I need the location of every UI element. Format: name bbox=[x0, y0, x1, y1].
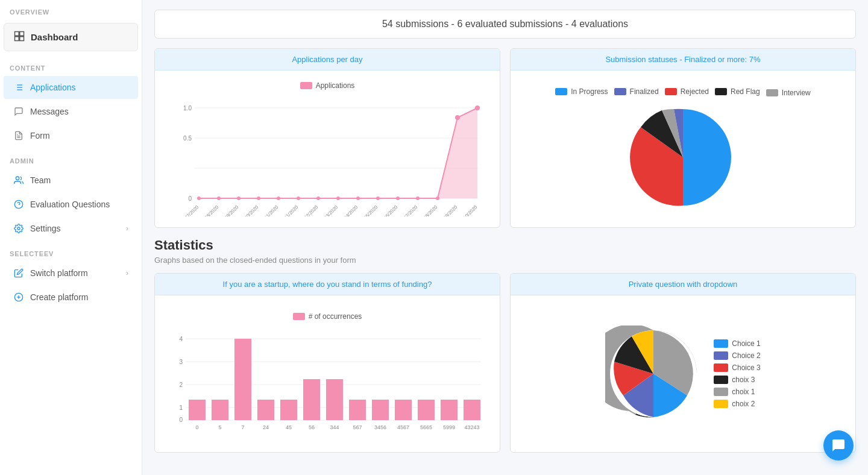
choice2-label: Choice 2 bbox=[732, 351, 760, 360]
evaluation-icon bbox=[13, 199, 24, 210]
choix2-color bbox=[714, 400, 728, 408]
sidebar-item-create-platform[interactable]: Create platform bbox=[4, 286, 138, 309]
bar-legend-item: # of occurrences bbox=[293, 312, 362, 321]
bar-legend-label: # of occurrences bbox=[309, 312, 362, 321]
list-icon bbox=[13, 82, 24, 93]
svg-rect-72 bbox=[326, 379, 343, 420]
overview-section-label: OVERVIEW bbox=[0, 0, 142, 19]
svg-point-34 bbox=[356, 197, 360, 200]
applications-legend-color bbox=[300, 82, 312, 89]
svg-text:0: 0 bbox=[195, 424, 198, 430]
svg-text:06/10/2020: 06/10/2020 bbox=[458, 204, 479, 216]
svg-rect-75 bbox=[395, 400, 412, 420]
finalized-color bbox=[614, 88, 626, 95]
pie-chart-svg bbox=[623, 103, 743, 212]
svg-text:05/27/2020: 05/27/2020 bbox=[179, 204, 200, 216]
switch-platform-chevron-icon: › bbox=[126, 269, 128, 277]
svg-text:06/04/2020: 06/04/2020 bbox=[338, 204, 359, 216]
chat-button[interactable] bbox=[823, 430, 854, 461]
stats-text: 54 submissions - 6 evaluated submissions… bbox=[382, 19, 628, 29]
admin-section-label: ADMIN bbox=[0, 148, 142, 168]
submission-statuses-title: Submission statuses - Finalized or more:… bbox=[511, 49, 855, 71]
sidebar-item-team[interactable]: Team bbox=[4, 169, 138, 192]
interview-label: Interview bbox=[782, 89, 811, 97]
sidebar-item-settings[interactable]: Settings › bbox=[4, 217, 138, 240]
applications-chart-body: Applications 1.0 0.5 0 bbox=[155, 71, 500, 227]
svg-text:344: 344 bbox=[330, 424, 339, 430]
svg-text:45: 45 bbox=[286, 424, 292, 430]
sidebar-item-messages[interactable]: Messages bbox=[4, 100, 138, 123]
rejected-color bbox=[665, 88, 677, 95]
svg-rect-2 bbox=[15, 37, 19, 41]
dashboard-item[interactable]: Dashboard bbox=[4, 23, 138, 51]
content-section-label: CONTENT bbox=[0, 55, 142, 75]
bar-chart-svg: 4 3 2 1 0 bbox=[162, 327, 492, 435]
svg-text:05/30/2020: 05/30/2020 bbox=[239, 204, 260, 216]
sidebar-item-evaluation-questions[interactable]: Evaluation Questions bbox=[4, 193, 138, 216]
svg-text:4567: 4567 bbox=[397, 424, 409, 430]
in-progress-legend: In Progress bbox=[555, 86, 608, 97]
settings-chevron-icon: › bbox=[126, 224, 128, 233]
svg-rect-3 bbox=[20, 37, 24, 41]
messages-label: Messages bbox=[30, 107, 69, 116]
evaluation-questions-label: Evaluation Questions bbox=[30, 200, 110, 209]
applications-legend-item: Applications bbox=[300, 81, 355, 90]
svg-text:0.5: 0.5 bbox=[183, 135, 192, 142]
svg-text:06/09/2020: 06/09/2020 bbox=[438, 204, 459, 216]
create-platform-icon bbox=[13, 292, 24, 303]
submission-statuses-card: Submission statuses - Finalized or more:… bbox=[510, 48, 856, 228]
svg-text:56: 56 bbox=[309, 424, 315, 430]
interview-legend: Interview bbox=[766, 89, 811, 97]
finalized-legend: Finalized bbox=[614, 86, 659, 97]
svg-text:06/07/2020: 06/07/2020 bbox=[398, 204, 419, 216]
team-icon bbox=[13, 175, 24, 186]
choix3-color bbox=[714, 376, 728, 384]
in-progress-label: In Progress bbox=[571, 87, 608, 96]
svg-text:5999: 5999 bbox=[443, 424, 455, 430]
submission-statuses-body: In Progress Finalized Rejected Red Flag bbox=[511, 71, 855, 227]
svg-rect-78 bbox=[464, 400, 480, 420]
choix1-legend: choix 1 bbox=[714, 388, 760, 396]
choice2-color bbox=[714, 351, 728, 360]
sidebar-item-form[interactable]: Form bbox=[4, 124, 138, 147]
svg-text:3: 3 bbox=[179, 359, 183, 365]
interview-color bbox=[766, 89, 778, 96]
svg-point-39 bbox=[455, 115, 460, 120]
switch-platform-icon bbox=[13, 268, 24, 278]
rejected-legend: Rejected bbox=[665, 86, 709, 97]
svg-text:0: 0 bbox=[179, 417, 183, 423]
bar-legend: # of occurrences bbox=[293, 312, 362, 321]
pie2-title: Private question with dropdown bbox=[511, 274, 855, 295]
sidebar-item-applications[interactable]: Applications bbox=[4, 76, 138, 99]
svg-text:06/02/2020: 06/02/2020 bbox=[298, 204, 319, 216]
applications-legend: Applications bbox=[300, 81, 355, 90]
form-label: Form bbox=[30, 131, 50, 140]
statistics-subtitle: Graphs based on the closed-ended questio… bbox=[154, 256, 856, 265]
red-flag-label: Red Flag bbox=[731, 87, 760, 96]
svg-text:06/06/2020: 06/06/2020 bbox=[378, 204, 399, 216]
stats-header: 54 submissions - 6 evaluated submissions… bbox=[154, 10, 856, 39]
svg-text:0: 0 bbox=[188, 195, 192, 202]
svg-point-27 bbox=[217, 197, 221, 200]
svg-rect-1 bbox=[20, 32, 24, 36]
sidebar-item-switch-platform[interactable]: Switch platform › bbox=[4, 262, 138, 285]
svg-point-12 bbox=[16, 177, 19, 180]
svg-text:4: 4 bbox=[179, 336, 183, 342]
svg-rect-68 bbox=[234, 339, 251, 420]
svg-text:06/01/2020: 06/01/2020 bbox=[278, 204, 300, 216]
choice1-color bbox=[714, 339, 728, 348]
in-progress-color bbox=[555, 88, 567, 95]
applications-label: Applications bbox=[30, 83, 76, 92]
bar-chart-body: # of occurrences 4 3 2 1 0 bbox=[155, 295, 500, 452]
svg-text:06/08/2020: 06/08/2020 bbox=[418, 204, 439, 216]
choix3-label: choix 3 bbox=[732, 376, 755, 384]
pie2-body: Choice 1 Choice 2 Choice 3 choix 3 bbox=[511, 295, 855, 452]
svg-point-15 bbox=[17, 227, 20, 230]
svg-point-40 bbox=[475, 105, 480, 110]
rejected-label: Rejected bbox=[681, 87, 709, 96]
svg-text:5: 5 bbox=[218, 424, 221, 430]
svg-point-29 bbox=[257, 197, 260, 200]
team-label: Team bbox=[30, 175, 51, 185]
red-flag-legend: Red Flag bbox=[715, 86, 760, 97]
svg-rect-0 bbox=[15, 32, 19, 36]
